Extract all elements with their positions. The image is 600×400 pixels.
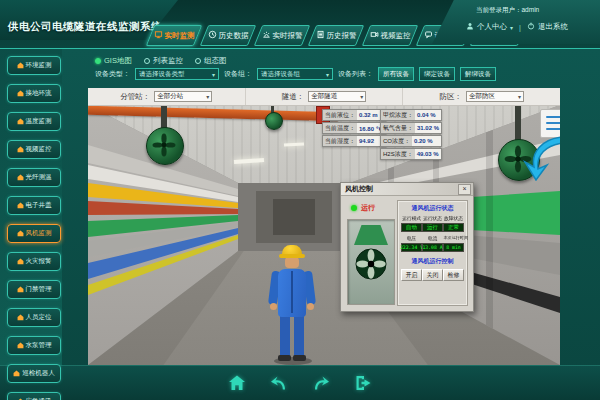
- close-icon[interactable]: ×: [458, 184, 471, 195]
- reading-oxygen: 氧气含量： 31.02 %: [380, 122, 442, 134]
- tunnel-fan-center[interactable]: [264, 105, 282, 131]
- footer-bar: [0, 365, 600, 400]
- history-data-icon: [208, 30, 217, 41]
- fan-duct: [354, 225, 388, 245]
- tunnel-fan-left[interactable]: [144, 105, 184, 167]
- sidebar-item-manhole-cover[interactable]: 电子井盖: [7, 196, 61, 215]
- sidebar-item-fiber-temp[interactable]: 光纤测温: [7, 168, 61, 187]
- chevron-down-icon: ▾: [518, 93, 521, 100]
- house-icon: [17, 230, 24, 237]
- radio-dot: [144, 58, 150, 64]
- app-window: 供电公司电缆隧道在线监测系统 实时监测 历史数据: [0, 0, 600, 400]
- fan-start-button[interactable]: 开启: [401, 269, 422, 281]
- back-icon[interactable]: [267, 371, 291, 395]
- house-icon: [17, 90, 24, 97]
- chevron-down-icon: ▾: [326, 71, 329, 78]
- sidebar-item-personnel-location[interactable]: 人员定位: [7, 308, 61, 327]
- sidebar-item-pump-manage[interactable]: 水泵管理: [7, 336, 61, 355]
- home-icon[interactable]: [225, 371, 249, 395]
- env-readings-right: 甲烷浓度： 0.04 % 氧气含量： 31.02 % CO浓度： 0.20 % …: [380, 109, 442, 160]
- run-state-label: 运行状态: [423, 215, 443, 221]
- fan-icon: [355, 248, 387, 280]
- tab-label: 实时监测: [165, 31, 195, 41]
- sidebar-item-inspection-robot[interactable]: 巡检机器人: [7, 364, 61, 383]
- house-icon: [17, 62, 24, 69]
- tab-label: 视频监控: [381, 31, 411, 41]
- house-icon: [17, 314, 24, 321]
- divider: |: [519, 23, 521, 32]
- sidebar-item-fan-monitor[interactable]: 风机监测: [7, 224, 61, 243]
- dialog-titlebar[interactable]: 风机控制 ×: [341, 183, 473, 196]
- current-user-label: 当前登录用户：admin: [476, 6, 592, 15]
- exit-icon[interactable]: [351, 371, 375, 395]
- realtime-alarm-icon: [262, 30, 271, 41]
- tab-realtime-alarm[interactable]: 实时报警: [254, 25, 310, 46]
- sidebar-item-ground-current[interactable]: 接地环流: [7, 84, 61, 103]
- tunnel-select[interactable]: 全部隧道 ▾: [308, 91, 366, 102]
- sidebar-item-access-control[interactable]: 门禁管理: [7, 280, 61, 299]
- run-status-text: 运行: [361, 203, 375, 213]
- device-group-label: 设备组：: [224, 69, 252, 79]
- tab-history-data[interactable]: 历史数据: [200, 25, 256, 46]
- chevron-down-icon: ▾: [360, 93, 363, 100]
- reading-methane: 甲烷浓度： 0.04 %: [380, 109, 442, 121]
- profile-link[interactable]: 个人中心: [477, 22, 507, 32]
- house-icon: [13, 370, 20, 377]
- station-label: 分管站：: [120, 92, 150, 102]
- radio-gis-map[interactable]: GIS地图: [95, 56, 132, 66]
- device-toolbar: 设备类型： 请选择设备类型 ▾ 设备组： 请选择设备组 ▾ 设备列表： 所有设备…: [95, 67, 496, 81]
- device-type-select[interactable]: 请选择设备类型 ▾: [135, 68, 219, 80]
- sidebar-item-emergency-comm[interactable]: 应急通讯: [7, 392, 61, 400]
- radio-list-monitor[interactable]: 列表监控: [144, 56, 183, 66]
- sidebar-item-temp-monitor[interactable]: 温度监测: [7, 112, 61, 131]
- tab-history-alarm[interactable]: 历史报警: [308, 25, 364, 46]
- logout-link[interactable]: 退出系统: [538, 22, 568, 32]
- chevron-down-icon: ▾: [510, 24, 513, 31]
- run-mode-value: 自动: [401, 223, 422, 232]
- house-icon: [17, 118, 24, 125]
- house-icon: [17, 286, 24, 293]
- blue-arrow-sign: [521, 133, 560, 185]
- reading-humidity: 当前湿度： 94.92: [322, 135, 386, 147]
- device-type-label: 设备类型：: [95, 69, 130, 79]
- user-panel: 当前登录用户：admin 个人中心 ▾ | 退出系统: [432, 0, 600, 44]
- fan-overhaul-button[interactable]: 检修: [443, 269, 464, 281]
- current-value: 13.08 A: [422, 243, 443, 252]
- forward-icon[interactable]: [309, 371, 333, 395]
- zone-select[interactable]: 全部防区 ▾: [466, 91, 524, 102]
- house-icon: [17, 258, 24, 265]
- voltage-label: 电压: [402, 235, 422, 241]
- filter-bar: 分管站： 全部分站 ▾ 隧道： 全部隧道 ▾ 防区： 全部防区 ▾: [88, 88, 560, 106]
- bind-device-button[interactable]: 绑定设备: [419, 67, 455, 81]
- fault-state-label: 故障状态: [444, 215, 464, 221]
- chevron-down-icon: ▾: [212, 71, 215, 78]
- all-devices-button[interactable]: 所有设备: [378, 67, 414, 81]
- tab-realtime-monitor[interactable]: 实时监测: [146, 25, 202, 46]
- tab-label: 历史数据: [219, 31, 249, 41]
- house-icon: [17, 202, 24, 209]
- history-alarm-icon: [316, 30, 325, 41]
- chevron-down-icon: ▾: [206, 93, 209, 100]
- fan-stop-button[interactable]: 关闭: [422, 269, 443, 281]
- tab-video-monitor[interactable]: 视频监控: [362, 25, 418, 46]
- tab-label: 历史报警: [327, 31, 357, 41]
- device-manage-icon: [424, 30, 433, 41]
- radio-scada-view[interactable]: 组态图: [195, 56, 227, 66]
- sidebar-item-env-monitor[interactable]: 环境监测: [7, 56, 61, 75]
- realtime-monitor-icon: [154, 30, 163, 41]
- sidebar-item-video-monitor[interactable]: 视频监控: [7, 140, 61, 159]
- sidebar: 环境监测 接地环流 温度监测 视频监控 光纤测温 电子井盖 风机监测 火灾报警 …: [7, 56, 61, 400]
- tunnel-depth-2: [273, 199, 315, 235]
- video-monitor-icon: [370, 30, 379, 41]
- fan-blades-icon: [152, 133, 176, 157]
- station-select[interactable]: 全部分站 ▾: [154, 91, 212, 102]
- person-icon: [466, 22, 474, 32]
- unbind-device-button[interactable]: 解绑设备: [460, 67, 496, 81]
- current-label: 电流: [423, 235, 443, 241]
- control-heading: 通风机运行控制: [400, 257, 465, 266]
- env-readings-left: 当前液位： 0.32 m 当前温度： 16.80 ℃ 当前湿度： 94.92: [322, 109, 386, 147]
- reading-water-level: 当前液位： 0.32 m: [322, 109, 386, 121]
- device-group-select[interactable]: 请选择设备组 ▾: [257, 68, 333, 80]
- device-list-label: 设备列表：: [338, 69, 373, 79]
- sidebar-item-fire-alarm[interactable]: 火灾报警: [7, 252, 61, 271]
